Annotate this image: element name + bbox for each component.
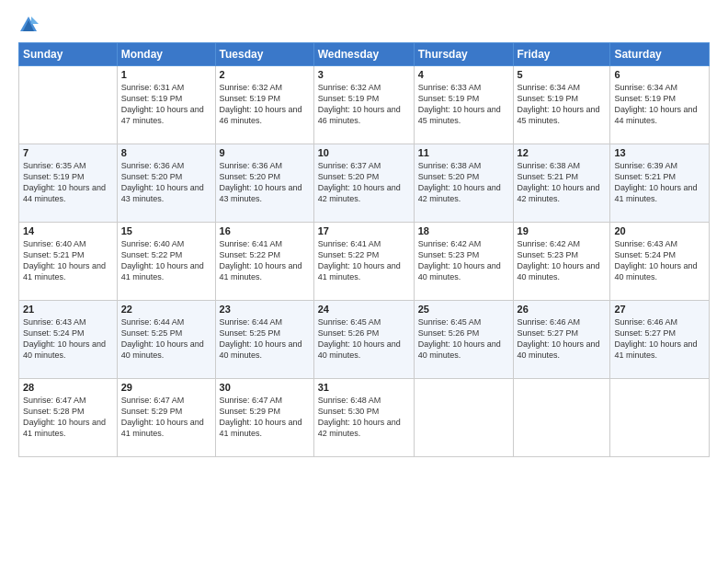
calendar-cell: 25Sunrise: 6:45 AMSunset: 5:26 PMDayligh… bbox=[414, 301, 513, 379]
daylight-text: Daylight: 10 hours and 41 minutes. bbox=[220, 417, 310, 439]
sunrise-text: Sunrise: 6:32 AM bbox=[318, 82, 410, 93]
sunrise-text: Sunrise: 6:36 AM bbox=[220, 160, 310, 171]
sunrise-text: Sunrise: 6:44 AM bbox=[121, 316, 211, 327]
day-number: 8 bbox=[121, 147, 211, 158]
daylight-text: Daylight: 10 hours and 43 minutes. bbox=[220, 182, 310, 204]
day-info: Sunrise: 6:34 AMSunset: 5:19 PMDaylight:… bbox=[518, 82, 607, 127]
sunrise-text: Sunrise: 6:40 AM bbox=[23, 238, 113, 249]
sunset-text: Sunset: 5:20 PM bbox=[220, 171, 310, 182]
day-number: 30 bbox=[220, 382, 310, 393]
calendar-cell: 15Sunrise: 6:40 AMSunset: 5:22 PMDayligh… bbox=[117, 223, 215, 301]
sunrise-text: Sunrise: 6:42 AM bbox=[418, 238, 509, 249]
day-number: 4 bbox=[418, 69, 509, 80]
day-info: Sunrise: 6:47 AMSunset: 5:28 PMDaylight:… bbox=[23, 395, 113, 440]
day-info: Sunrise: 6:47 AMSunset: 5:29 PMDaylight:… bbox=[220, 395, 310, 440]
week-row-4: 21Sunrise: 6:43 AMSunset: 5:24 PMDayligh… bbox=[19, 301, 710, 379]
calendar-cell: 24Sunrise: 6:45 AMSunset: 5:26 PMDayligh… bbox=[313, 301, 414, 379]
calendar-cell: 1Sunrise: 6:31 AMSunset: 5:19 PMDaylight… bbox=[117, 66, 215, 144]
sunrise-text: Sunrise: 6:34 AM bbox=[614, 82, 705, 93]
daylight-text: Daylight: 10 hours and 41 minutes. bbox=[121, 417, 211, 439]
calendar-cell: 20Sunrise: 6:43 AMSunset: 5:24 PMDayligh… bbox=[610, 223, 710, 301]
sunset-text: Sunset: 5:19 PM bbox=[418, 93, 509, 104]
daylight-text: Daylight: 10 hours and 41 minutes. bbox=[23, 417, 113, 439]
daylight-text: Daylight: 10 hours and 41 minutes. bbox=[318, 260, 410, 282]
calendar-cell: 23Sunrise: 6:44 AMSunset: 5:25 PMDayligh… bbox=[215, 301, 313, 379]
day-number: 9 bbox=[220, 147, 310, 158]
daylight-text: Daylight: 10 hours and 40 minutes. bbox=[418, 260, 509, 282]
calendar-cell: 7Sunrise: 6:35 AMSunset: 5:19 PMDaylight… bbox=[19, 144, 118, 223]
day-number: 19 bbox=[518, 225, 607, 236]
sunset-text: Sunset: 5:27 PM bbox=[518, 327, 607, 339]
calendar-cell: 3Sunrise: 6:32 AMSunset: 5:19 PMDaylight… bbox=[313, 66, 414, 144]
sunset-text: Sunset: 5:23 PM bbox=[518, 249, 607, 260]
sunset-text: Sunset: 5:20 PM bbox=[318, 171, 410, 182]
calendar-cell: 11Sunrise: 6:38 AMSunset: 5:20 PMDayligh… bbox=[414, 144, 513, 223]
daylight-text: Daylight: 10 hours and 40 minutes. bbox=[518, 339, 607, 361]
day-number: 14 bbox=[23, 225, 113, 236]
day-info: Sunrise: 6:44 AMSunset: 5:25 PMDaylight:… bbox=[121, 316, 211, 362]
day-info: Sunrise: 6:36 AMSunset: 5:20 PMDaylight:… bbox=[220, 160, 310, 205]
sunrise-text: Sunrise: 6:47 AM bbox=[23, 395, 113, 406]
calendar-cell bbox=[513, 379, 610, 457]
calendar-cell: 31Sunrise: 6:48 AMSunset: 5:30 PMDayligh… bbox=[313, 379, 414, 457]
day-info: Sunrise: 6:43 AMSunset: 5:24 PMDaylight:… bbox=[23, 316, 113, 362]
sunset-text: Sunset: 5:25 PM bbox=[220, 327, 310, 339]
day-number: 13 bbox=[614, 147, 705, 158]
calendar-cell: 17Sunrise: 6:41 AMSunset: 5:22 PMDayligh… bbox=[313, 223, 414, 301]
day-info: Sunrise: 6:32 AMSunset: 5:19 PMDaylight:… bbox=[220, 82, 310, 127]
day-info: Sunrise: 6:40 AMSunset: 5:22 PMDaylight:… bbox=[121, 238, 211, 283]
sunrise-text: Sunrise: 6:37 AM bbox=[318, 160, 410, 171]
daylight-text: Daylight: 10 hours and 40 minutes. bbox=[220, 339, 310, 361]
sunset-text: Sunset: 5:19 PM bbox=[318, 93, 410, 104]
calendar-cell bbox=[610, 379, 710, 457]
daylight-text: Daylight: 10 hours and 45 minutes. bbox=[518, 104, 607, 126]
daylight-text: Daylight: 10 hours and 42 minutes. bbox=[518, 182, 607, 204]
sunset-text: Sunset: 5:19 PM bbox=[220, 93, 310, 104]
sunset-text: Sunset: 5:22 PM bbox=[220, 249, 310, 260]
calendar-cell: 10Sunrise: 6:37 AMSunset: 5:20 PMDayligh… bbox=[313, 144, 414, 223]
calendar-cell bbox=[414, 379, 513, 457]
calendar-cell: 5Sunrise: 6:34 AMSunset: 5:19 PMDaylight… bbox=[513, 66, 610, 144]
day-info: Sunrise: 6:32 AMSunset: 5:19 PMDaylight:… bbox=[318, 82, 410, 127]
sunrise-text: Sunrise: 6:40 AM bbox=[121, 238, 211, 249]
daylight-text: Daylight: 10 hours and 40 minutes. bbox=[23, 339, 113, 361]
calendar-cell: 4Sunrise: 6:33 AMSunset: 5:19 PMDaylight… bbox=[414, 66, 513, 144]
calendar-cell: 14Sunrise: 6:40 AMSunset: 5:21 PMDayligh… bbox=[19, 223, 118, 301]
sunrise-text: Sunrise: 6:44 AM bbox=[220, 316, 310, 327]
sunrise-text: Sunrise: 6:34 AM bbox=[518, 82, 607, 93]
day-number: 6 bbox=[614, 69, 705, 80]
col-header-friday: Friday bbox=[513, 43, 610, 66]
sunset-text: Sunset: 5:25 PM bbox=[121, 327, 211, 339]
calendar-cell: 29Sunrise: 6:47 AMSunset: 5:29 PMDayligh… bbox=[117, 379, 215, 457]
daylight-text: Daylight: 10 hours and 40 minutes. bbox=[614, 260, 705, 282]
col-header-tuesday: Tuesday bbox=[215, 43, 313, 66]
day-info: Sunrise: 6:31 AMSunset: 5:19 PMDaylight:… bbox=[121, 82, 211, 127]
sunset-text: Sunset: 5:29 PM bbox=[121, 406, 211, 417]
calendar-cell: 9Sunrise: 6:36 AMSunset: 5:20 PMDaylight… bbox=[215, 144, 313, 223]
sunrise-text: Sunrise: 6:46 AM bbox=[614, 316, 705, 327]
calendar-cell: 28Sunrise: 6:47 AMSunset: 5:28 PMDayligh… bbox=[19, 379, 118, 457]
daylight-text: Daylight: 10 hours and 44 minutes. bbox=[23, 182, 113, 204]
daylight-text: Daylight: 10 hours and 40 minutes. bbox=[121, 339, 211, 361]
day-number: 10 bbox=[318, 147, 410, 158]
daylight-text: Daylight: 10 hours and 47 minutes. bbox=[121, 104, 211, 126]
day-info: Sunrise: 6:38 AMSunset: 5:21 PMDaylight:… bbox=[518, 160, 607, 205]
week-row-2: 7Sunrise: 6:35 AMSunset: 5:19 PMDaylight… bbox=[19, 144, 710, 223]
sunrise-text: Sunrise: 6:46 AM bbox=[518, 316, 607, 327]
svg-marker-2 bbox=[31, 17, 39, 24]
page: SundayMondayTuesdayWednesdayThursdayFrid… bbox=[0, 0, 728, 563]
day-number: 18 bbox=[418, 225, 509, 236]
sunset-text: Sunset: 5:20 PM bbox=[418, 171, 509, 182]
daylight-text: Daylight: 10 hours and 42 minutes. bbox=[318, 182, 410, 204]
sunrise-text: Sunrise: 6:32 AM bbox=[220, 82, 310, 93]
sunrise-text: Sunrise: 6:39 AM bbox=[614, 160, 705, 171]
day-number: 29 bbox=[121, 382, 211, 393]
day-info: Sunrise: 6:41 AMSunset: 5:22 PMDaylight:… bbox=[318, 238, 410, 283]
sunrise-text: Sunrise: 6:45 AM bbox=[418, 316, 509, 327]
daylight-text: Daylight: 10 hours and 42 minutes. bbox=[318, 417, 410, 439]
col-header-thursday: Thursday bbox=[414, 43, 513, 66]
day-info: Sunrise: 6:46 AMSunset: 5:27 PMDaylight:… bbox=[614, 316, 705, 362]
daylight-text: Daylight: 10 hours and 45 minutes. bbox=[418, 104, 509, 126]
day-info: Sunrise: 6:33 AMSunset: 5:19 PMDaylight:… bbox=[418, 82, 509, 127]
calendar-cell: 8Sunrise: 6:36 AMSunset: 5:20 PMDaylight… bbox=[117, 144, 215, 223]
